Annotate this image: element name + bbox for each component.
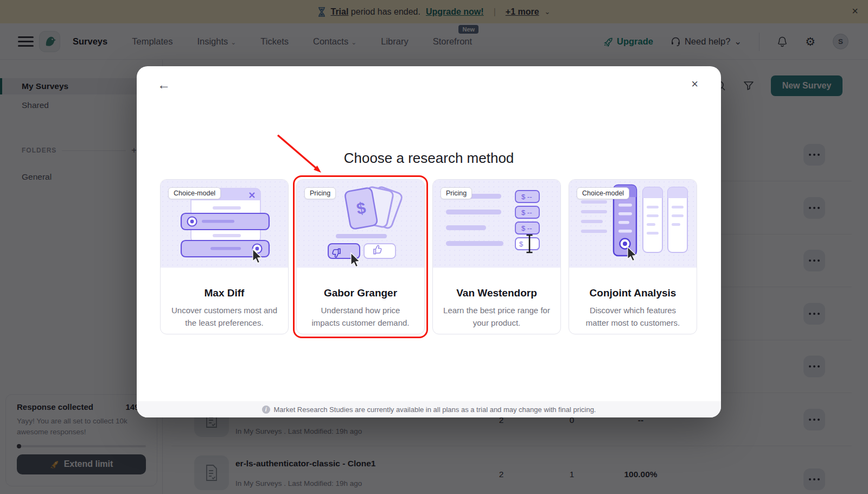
method-description: Discover which features matter most to c… — [579, 305, 687, 329]
svg-text:$: $ — [519, 240, 524, 248]
conjoint-analysis-illustration: Choice-model — [569, 180, 697, 268]
svg-text:$ --: $ -- — [521, 224, 532, 232]
method-tag: Pricing — [441, 187, 472, 199]
method-card-van-westendorp[interactable]: Pricing $ -- $ -- $ -- $ — [432, 179, 561, 334]
svg-text:$ --: $ -- — [521, 208, 532, 217]
method-description: Understand how price impacts customer de… — [307, 305, 414, 329]
van-westendorp-illustration: Pricing $ -- $ -- $ -- $ — [433, 180, 560, 268]
modal-title: Choose a research method — [137, 150, 721, 167]
method-description: Learn the best price range for your prod… — [443, 305, 551, 329]
svg-text:$ --: $ -- — [521, 193, 532, 201]
method-card-max-diff[interactable]: Choice-model — [160, 179, 289, 334]
back-button[interactable]: ← — [157, 78, 170, 91]
max-diff-illustration: Choice-model — [161, 180, 288, 268]
close-icon[interactable]: × — [691, 78, 698, 90]
method-tag: Choice-model — [577, 187, 629, 199]
method-cards: Choice-model — [160, 179, 697, 334]
modal-footer-note: i Market Research Studies are currently … — [137, 401, 721, 417]
gabor-granger-illustration: Pricing $ — [297, 180, 424, 268]
research-method-modal: ← × Choose a research method Choice-mode… — [137, 66, 721, 417]
method-title: Van Westendorp — [433, 287, 560, 299]
method-description: Uncover customers most and the least pre… — [170, 305, 278, 329]
method-tag: Pricing — [304, 187, 336, 199]
method-card-conjoint-analysis[interactable]: Choice-model — [569, 179, 697, 334]
method-tag: Choice-model — [168, 187, 221, 199]
app-window: Trial period has ended. Upgrade now! | +… — [0, 0, 868, 494]
method-title: Conjoint Analysis — [569, 287, 697, 299]
info-icon: i — [262, 406, 270, 414]
method-title: Max Diff — [161, 287, 288, 299]
method-card-gabor-granger[interactable]: Pricing $ Gabor Granger — [296, 179, 425, 334]
method-title: Gabor Granger — [297, 287, 424, 299]
